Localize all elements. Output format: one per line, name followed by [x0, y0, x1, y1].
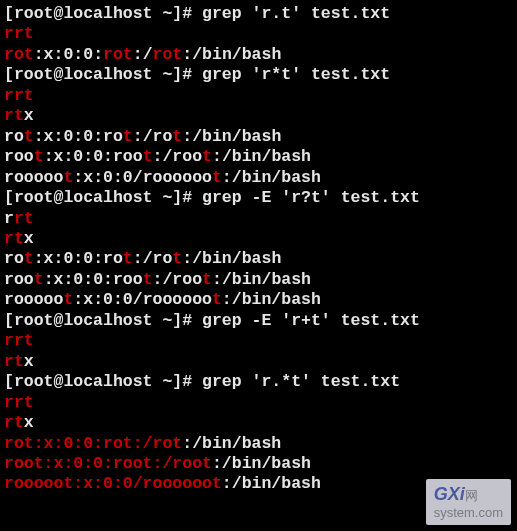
output-text: :/bin/bash: [212, 270, 311, 289]
output-text: ro: [4, 249, 24, 268]
grep-match: rt: [4, 106, 24, 125]
shell-prompt: [root@localhost ~]#: [4, 311, 202, 330]
output-text: roo: [4, 147, 34, 166]
output-text: rooooo: [4, 168, 63, 187]
output-line: rtx: [4, 413, 513, 433]
grep-match: t: [143, 147, 153, 166]
grep-match: t: [143, 270, 153, 289]
output-text: :/bin/bash: [222, 168, 321, 187]
grep-match: t: [123, 127, 133, 146]
shell-prompt: [root@localhost ~]#: [4, 188, 202, 207]
output-line: rooooot:x:0:0/roooooot:/bin/bash: [4, 290, 513, 310]
output-line: root:x:0:0:root:/root:/bin/bash: [4, 147, 513, 167]
output-text: :x:0:0:roo: [44, 270, 143, 289]
output-line: rrt: [4, 86, 513, 106]
grep-match: t: [212, 168, 222, 187]
grep-match: t: [24, 127, 34, 146]
output-line: rrt: [4, 24, 513, 44]
output-text: :/roo: [153, 270, 203, 289]
output-text: :x:0:0:ro: [34, 127, 123, 146]
grep-match: rrt: [4, 331, 34, 350]
command-text: grep 'r*t' test.txt: [202, 65, 390, 84]
command-line: [root@localhost ~]# grep 'r.t' test.txt: [4, 4, 513, 24]
grep-match: t: [63, 290, 73, 309]
grep-match: rot:x:0:0:rot:/rot: [4, 434, 182, 453]
output-text: :x:0:0:ro: [34, 249, 123, 268]
grep-match: t: [212, 290, 222, 309]
output-text: roo: [4, 270, 34, 289]
output-text: :x:0:0:roo: [44, 147, 143, 166]
watermark-brand: GXi: [434, 484, 465, 504]
output-text: ro: [4, 127, 24, 146]
output-line: rrt: [4, 331, 513, 351]
command-line: [root@localhost ~]# grep 'r.*t' test.txt: [4, 372, 513, 392]
output-text: x: [24, 229, 34, 248]
output-text: :x:0:0/roooooo: [73, 290, 212, 309]
output-text: :/bin/bash: [212, 147, 311, 166]
output-text: :/bin/bash: [182, 127, 281, 146]
output-text: :/bin/bash: [222, 474, 321, 493]
output-text: :/ro: [133, 249, 173, 268]
watermark-badge: GXi网 system.com: [426, 479, 511, 525]
grep-match: root:x:0:0:root:/root: [4, 454, 212, 473]
grep-match: t: [202, 270, 212, 289]
grep-match: rot: [153, 45, 183, 64]
output-line: rooooot:x:0:0/roooooot:/bin/bash: [4, 168, 513, 188]
grep-match: rrt: [4, 393, 34, 412]
command-line: [root@localhost ~]# grep 'r*t' test.txt: [4, 65, 513, 85]
grep-match: rooooot:x:0:0/roooooot: [4, 474, 222, 493]
watermark-domain: system.com: [434, 505, 503, 520]
output-text: :/bin/bash: [212, 454, 311, 473]
output-line: rot:x:0:0:rot:/rot:/bin/bash: [4, 45, 513, 65]
grep-match: t: [172, 127, 182, 146]
output-text: x: [24, 413, 34, 432]
command-line: [root@localhost ~]# grep -E 'r?t' test.t…: [4, 188, 513, 208]
output-line: rtx: [4, 106, 513, 126]
output-text: :x:0:0:: [34, 45, 103, 64]
grep-match: t: [34, 270, 44, 289]
output-text: x: [24, 106, 34, 125]
shell-prompt: [root@localhost ~]#: [4, 65, 202, 84]
grep-match: t: [24, 249, 34, 268]
output-line: rot:x:0:0:rot:/rot:/bin/bash: [4, 249, 513, 269]
output-text: r: [4, 209, 14, 228]
output-line: rtx: [4, 229, 513, 249]
output-text: :/bin/bash: [222, 290, 321, 309]
grep-match: rot: [4, 45, 34, 64]
output-text: :/bin/bash: [182, 249, 281, 268]
grep-match: t: [172, 249, 182, 268]
grep-match: t: [202, 147, 212, 166]
output-line: rot:x:0:0:rot:/rot:/bin/bash: [4, 434, 513, 454]
grep-match: t: [34, 147, 44, 166]
command-text: grep -E 'r?t' test.txt: [202, 188, 420, 207]
grep-match: rt: [4, 413, 24, 432]
command-text: grep -E 'r+t' test.txt: [202, 311, 420, 330]
grep-match: t: [123, 249, 133, 268]
output-line: root:x:0:0:root:/root:/bin/bash: [4, 454, 513, 474]
shell-prompt: [root@localhost ~]#: [4, 372, 202, 391]
grep-match: rt: [4, 352, 24, 371]
output-text: :x:0:0/roooooo: [73, 168, 212, 187]
output-text: :/bin/bash: [182, 434, 281, 453]
watermark-suffix: 网: [465, 488, 478, 503]
terminal-output[interactable]: [root@localhost ~]# grep 'r.t' test.txtr…: [4, 4, 513, 495]
grep-match: t: [63, 168, 73, 187]
output-line: root:x:0:0:root:/root:/bin/bash: [4, 270, 513, 290]
grep-match: rrt: [4, 24, 34, 43]
output-line: rot:x:0:0:rot:/rot:/bin/bash: [4, 127, 513, 147]
grep-match: rt: [14, 209, 34, 228]
grep-match: rrt: [4, 86, 34, 105]
output-text: :/bin/bash: [182, 45, 281, 64]
grep-match: rot: [103, 45, 133, 64]
output-text: :/ro: [133, 127, 173, 146]
output-line: rrt: [4, 209, 513, 229]
output-text: :/roo: [153, 147, 203, 166]
output-line: rrt: [4, 393, 513, 413]
shell-prompt: [root@localhost ~]#: [4, 4, 202, 23]
output-text: x: [24, 352, 34, 371]
output-line: rtx: [4, 352, 513, 372]
grep-match: rt: [4, 229, 24, 248]
command-text: grep 'r.t' test.txt: [202, 4, 390, 23]
command-line: [root@localhost ~]# grep -E 'r+t' test.t…: [4, 311, 513, 331]
output-text: :/: [133, 45, 153, 64]
